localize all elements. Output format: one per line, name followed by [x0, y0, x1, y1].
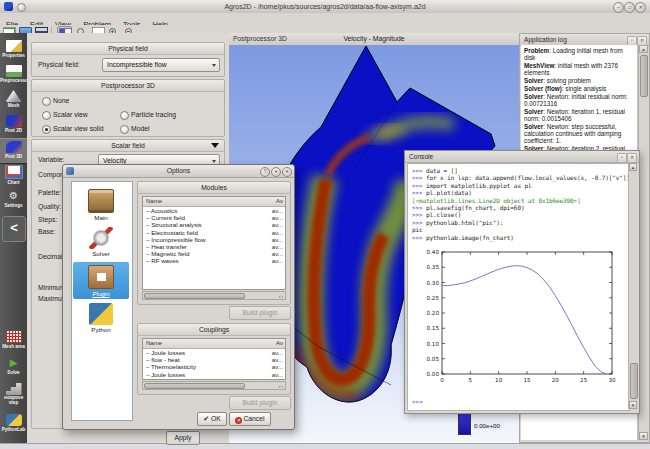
- column-name[interactable]: Name: [146, 339, 162, 348]
- ok-label: OK: [211, 415, 221, 422]
- options-dialog-titlebar[interactable]: Options ? ▾ ✕: [63, 165, 294, 178]
- table-row[interactable]: – Joule lossesav...: [143, 371, 285, 378]
- scroll-thumb[interactable]: [640, 55, 648, 97]
- scroll-up-icon[interactable]: ▲: [639, 45, 648, 53]
- variable-label: Variable:: [38, 156, 64, 163]
- modules-build-plugin-button[interactable]: Build plugin: [229, 306, 291, 320]
- console-prompt[interactable]: >>>: [412, 398, 423, 405]
- table-row[interactable]: – Acousticsav...: [143, 207, 285, 214]
- close-panel-icon[interactable]: ✕: [627, 153, 637, 163]
- scroll-thumb[interactable]: [144, 383, 245, 389]
- ok-button[interactable]: ✔ OK: [197, 412, 227, 426]
- column-available[interactable]: Av: [276, 339, 283, 348]
- collapse-triangle-icon[interactable]: [211, 143, 219, 148]
- sidebar-item-label: Post 3D: [0, 154, 27, 159]
- scroll-arrows-icon[interactable]: ‹›: [279, 383, 284, 389]
- legend-min: 0.00e+00: [472, 421, 502, 430]
- agros2d-window: { "window": { "title": "Agros2D - /home/…: [0, 0, 650, 449]
- help-icon[interactable]: ?: [260, 167, 270, 177]
- console-panel: Console ▫ ✕ >>> data = []>>> for x in ls…: [404, 150, 640, 414]
- console-line: >>> pythonlab.image(fn_chart): [412, 234, 627, 241]
- sidebar-item-label: Settings: [0, 203, 27, 208]
- options-nav-plugin[interactable]: Plugin: [73, 262, 129, 299]
- physical-field-select[interactable]: Incompressible flow: [102, 58, 220, 72]
- sidebar-collapse-button[interactable]: <: [2, 216, 26, 242]
- sidebar-item-preprocessor[interactable]: Preprocessor: [0, 63, 27, 87]
- sidebar-item-mesh-area[interactable]: Mesh area: [0, 329, 27, 353]
- console-prompt-mark: >>>: [412, 174, 426, 181]
- table-row[interactable]: – Incompressible flowav...: [143, 236, 285, 243]
- console-chart: 0.000.050.100.150.200.250.300.350.400510…: [416, 244, 622, 394]
- radio-particle-tracing[interactable]: [120, 111, 129, 120]
- radio-none[interactable]: [42, 97, 51, 106]
- sidebar-item-solve[interactable]: ▶Solve: [0, 355, 27, 379]
- log-entry-prefix: Solver: [524, 93, 543, 100]
- cancel-button[interactable]: ✕Cancel: [229, 412, 271, 426]
- cell-name: – Incompressible flow: [146, 236, 206, 243]
- float-panel-icon[interactable]: ▫: [617, 153, 627, 163]
- table-row[interactable]: – Electrostatic fieldav...: [143, 229, 285, 236]
- application-log-title: Application log: [524, 34, 567, 45]
- sidebar-item-adaptive-step[interactable]: Adaptive step: [0, 381, 27, 411]
- sidebar-item-properties[interactable]: Properties: [0, 38, 27, 62]
- table-row[interactable]: – Thermoelasticityav...: [143, 363, 285, 370]
- close-icon[interactable]: ✕: [282, 167, 292, 177]
- radio-scalar-view-solid[interactable]: [42, 125, 51, 134]
- table-row[interactable]: – Magnetic fieldav...: [143, 250, 285, 257]
- options-nav-solver[interactable]: Solver: [73, 224, 129, 261]
- log-entry: MeshView: initial mesh with 2376 element…: [524, 62, 635, 76]
- couplings-table: Name Av – Joule lossesav...– flow - heat…: [142, 338, 286, 380]
- sidebar: PropertiesPreprocessorMeshPost 2DPost 3D…: [0, 33, 27, 443]
- minimize-button[interactable]: –: [613, 2, 624, 13]
- table-row[interactable]: – flow - heatav...: [143, 356, 285, 363]
- minimize-icon[interactable]: ▾: [271, 167, 281, 177]
- couplings-build-plugin-button[interactable]: Build plugin: [229, 396, 291, 410]
- scalar-field-label-base: Base:: [38, 228, 55, 235]
- radio-scalar-view[interactable]: [42, 111, 51, 120]
- console-prompt-mark: >>>: [412, 211, 426, 218]
- console-input-text: data = []: [426, 167, 458, 174]
- sidebar-item-post-2d[interactable]: Post 2D: [0, 113, 27, 137]
- radio-model[interactable]: [120, 125, 129, 134]
- solve-icon: ▶: [6, 357, 22, 369]
- log-entry: Problem: Loading initial mesh from disk: [524, 47, 635, 61]
- svg-text:0: 0: [440, 377, 444, 383]
- cell-name: – Heat transfer: [146, 243, 187, 250]
- sidebar-item-pythonlab[interactable]: PythonLab: [0, 412, 27, 436]
- scroll-down-icon[interactable]: ▼: [629, 401, 637, 409]
- console-scrollbar[interactable]: ▲ ▼: [628, 163, 637, 409]
- sidebar-item-settings[interactable]: ⚙Settings: [0, 188, 27, 212]
- table-row[interactable]: – Heat transferav...: [143, 243, 285, 250]
- table-row[interactable]: – Current fieldav...: [143, 214, 285, 221]
- maximize-button[interactable]: □: [624, 2, 635, 13]
- cell-available: av...: [272, 236, 283, 243]
- console-header[interactable]: Console ▫ ✕: [405, 151, 639, 163]
- table-row[interactable]: – Structural analysisav...: [143, 221, 285, 228]
- table-row[interactable]: – RF wavesav...: [143, 257, 285, 264]
- options-nav-main[interactable]: Main: [73, 186, 129, 223]
- scroll-thumb[interactable]: [144, 293, 245, 299]
- sidebar-item-chart[interactable]: Chart: [0, 163, 27, 187]
- sidebar-item-mesh[interactable]: Mesh: [0, 88, 27, 112]
- close-button[interactable]: ✕: [635, 2, 646, 13]
- modules-hscrollbar[interactable]: ‹›: [142, 291, 286, 300]
- window-title: Agros2D - /home/pkus/sources/agros2d/dat…: [0, 0, 650, 13]
- column-available[interactable]: Av: [276, 197, 283, 206]
- svg-text:30: 30: [608, 377, 616, 383]
- cell-name: – RF waves: [146, 257, 179, 264]
- adaptive-step-icon: [6, 383, 22, 395]
- options-nav-python[interactable]: Python: [73, 300, 129, 337]
- scroll-up-icon[interactable]: ▲: [629, 163, 637, 171]
- scroll-arrows-icon[interactable]: ‹›: [279, 293, 284, 299]
- scroll-down-icon[interactable]: ▼: [639, 432, 648, 440]
- check-icon: ✔: [203, 415, 209, 422]
- couplings-hscrollbar[interactable]: ‹›: [142, 381, 286, 390]
- console-body[interactable]: >>> data = []>>> for x in lsp: data.appe…: [407, 163, 630, 411]
- apply-button[interactable]: Apply: [166, 431, 200, 445]
- table-row[interactable]: – Joule lossesav...: [143, 349, 285, 356]
- physical-field-group-title: Physical field: [32, 43, 224, 55]
- status-bar: [0, 443, 650, 449]
- sidebar-item-post-3d[interactable]: Post 3D: [0, 138, 27, 164]
- scroll-thumb[interactable]: [630, 363, 638, 399]
- column-name[interactable]: Name: [146, 197, 162, 206]
